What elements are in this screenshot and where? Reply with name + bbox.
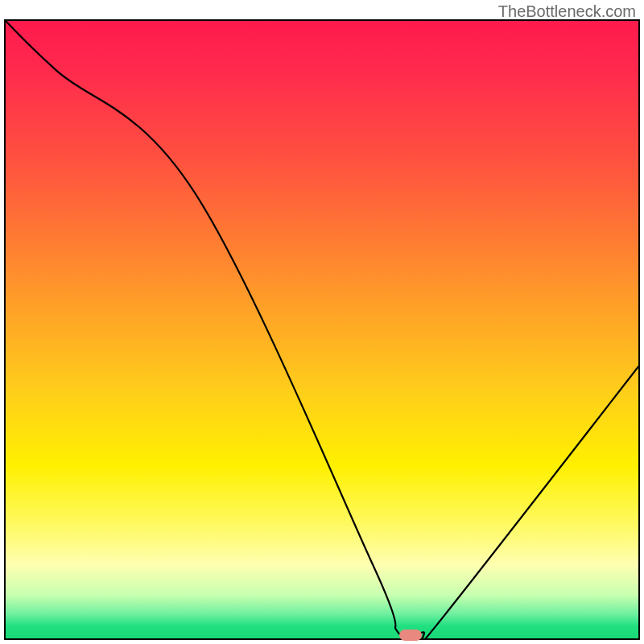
chart-svg — [6, 21, 638, 638]
attribution-label: TheBottleneck.com — [498, 2, 636, 21]
bottleneck-curve — [6, 21, 638, 638]
optimum-marker — [399, 630, 422, 641]
chart-frame — [4, 19, 640, 640]
